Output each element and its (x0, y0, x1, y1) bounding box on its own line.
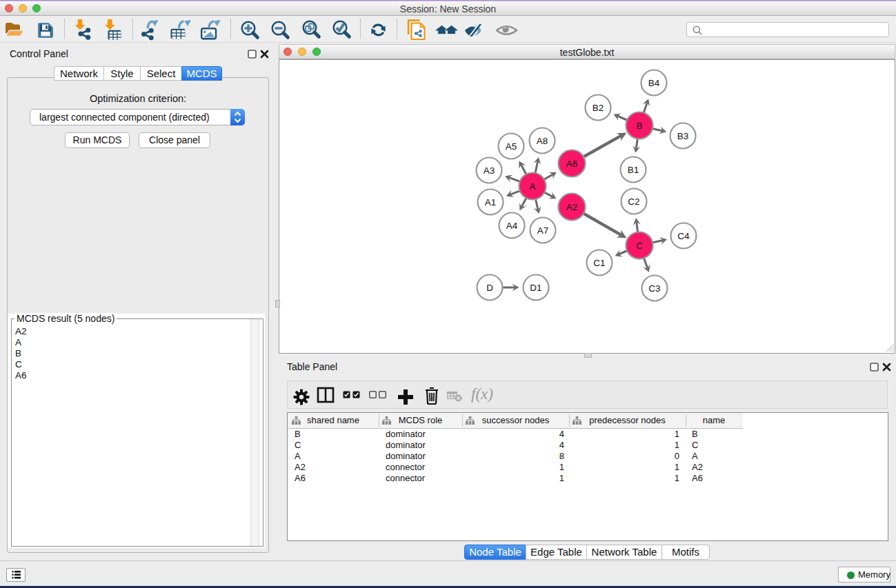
svg-text:C4: C4 (677, 231, 690, 241)
svg-text:A5: A5 (506, 141, 517, 152)
svg-text:B2: B2 (593, 103, 604, 113)
svg-text:C1: C1 (593, 258, 605, 268)
svg-text:B4: B4 (648, 78, 660, 88)
svg-text:A7: A7 (537, 225, 549, 236)
svg-text:C2: C2 (628, 196, 639, 207)
svg-text:D: D (486, 283, 493, 293)
svg-text:A4: A4 (506, 221, 518, 231)
svg-text:B3: B3 (677, 131, 689, 141)
svg-text:A2: A2 (566, 202, 578, 212)
svg-text:A8: A8 (537, 136, 548, 146)
svg-text:B1: B1 (628, 165, 639, 175)
svg-text:A6: A6 (566, 159, 578, 169)
svg-text:C3: C3 (648, 283, 660, 294)
svg-text:A1: A1 (485, 197, 497, 207)
svg-text:B: B (636, 121, 642, 131)
svg-text:A: A (529, 181, 535, 192)
svg-text:A3: A3 (484, 165, 495, 176)
svg-text:D1: D1 (530, 283, 541, 293)
svg-text:C: C (636, 241, 643, 251)
